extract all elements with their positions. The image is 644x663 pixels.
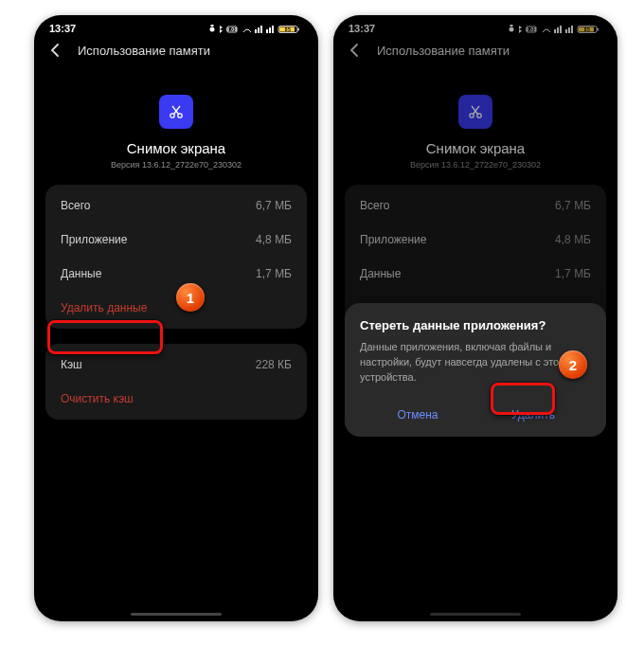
status-icons-svg: 0.00 85 (208, 25, 303, 34)
clear-cache-label: Очистить кэш (61, 392, 134, 405)
annotation-marker-1: 1 (176, 283, 205, 312)
header-title: Использование памяти (78, 44, 210, 58)
back-icon[interactable] (47, 42, 64, 59)
row-label: Всего (61, 199, 90, 212)
row-value: 6,7 МБ (256, 199, 292, 212)
app-version: Версия 13.6.12_2722e70_230302 (34, 160, 318, 170)
scissors-icon (167, 102, 186, 121)
row-label: Кэш (61, 358, 82, 371)
clear-data-label: Удалить данные (61, 301, 147, 314)
row-value: 4,8 МБ (256, 233, 292, 246)
dialog-cancel-button[interactable]: Отмена (360, 399, 475, 431)
clear-cache-button[interactable]: Очистить кэш (45, 382, 307, 416)
row-data: Данные 1,7 МБ (45, 257, 307, 291)
row-total: Всего 6,7 МБ (45, 188, 307, 223)
app-icon (159, 95, 193, 129)
dialog-buttons: Отмена Удалить (360, 399, 591, 431)
home-indicator[interactable] (131, 613, 222, 616)
svg-text:85: 85 (285, 27, 292, 32)
phone-screenshot-1: 13:37 0.00 85 Использование памяти (34, 15, 318, 621)
row-label: Данные (61, 267, 101, 280)
annotation-highlight-1 (47, 320, 163, 354)
row-value: 1,7 МБ (256, 267, 292, 280)
svg-rect-1 (211, 25, 214, 27)
dialog-title: Стереть данные приложения? (360, 318, 591, 332)
dialog-body: Данные приложения, включая файлы и настр… (360, 340, 591, 385)
phone-screenshot-2: 13:37 0.00 85 Использование памяти (333, 15, 617, 621)
app-info: Снимок экрана Версия 13.6.12_2722e70_230… (34, 95, 318, 170)
status-time: 13:37 (49, 23, 76, 34)
annotation-highlight-2 (491, 383, 555, 415)
status-icons: 0.00 85 (208, 23, 303, 33)
row-label: Приложение (61, 233, 127, 246)
row-app: Приложение 4,8 МБ (45, 223, 307, 257)
svg-point-0 (210, 27, 215, 31)
svg-rect-6 (298, 27, 299, 30)
svg-text:0.00: 0.00 (226, 27, 238, 32)
header: Использование памяти (34, 36, 318, 68)
cache-card: Кэш 228 КБ Очистить кэш (45, 344, 307, 420)
app-name: Снимок экрана (34, 140, 318, 156)
status-bar: 13:37 0.00 85 (34, 15, 318, 36)
storage-card: Всего 6,7 МБ Приложение 4,8 МБ Данные 1,… (45, 185, 307, 329)
row-value: 228 КБ (256, 358, 292, 371)
annotation-marker-2: 2 (559, 350, 587, 379)
